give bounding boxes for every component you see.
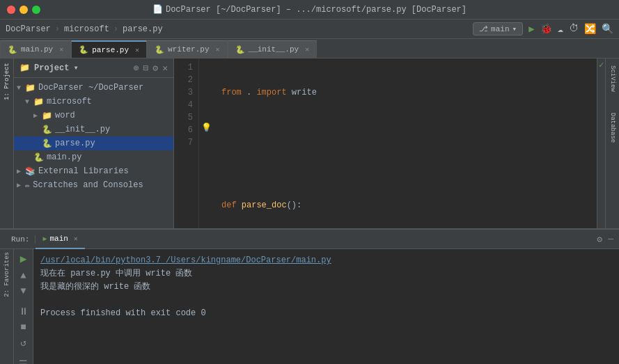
editor-tab-bar: 🐍 main.py ✕ 🐍 parse.py ✕ 🐍 writer.py ✕ 🐍… — [0, 39, 619, 58]
collapse-icon[interactable]: ⊟ — [143, 63, 149, 74]
gutter-6: 💡 — [199, 121, 213, 134]
bottom-tab-bar: Run: ▶ main ✕ ⚙ — — [0, 230, 619, 249]
breadcrumb: DocParser › microsoft › parse.py — [6, 24, 163, 34]
branch-icon: ⎇ — [479, 24, 488, 33]
code-line-4: def parse_doc (): — [221, 199, 597, 212]
stop-button[interactable]: ■ — [20, 322, 26, 333]
maximize-button[interactable] — [32, 6, 40, 14]
folder-icon: 📁 — [25, 83, 36, 93]
output-line-3: 我是藏的很深的 write 函数 — [40, 280, 612, 293]
tab-close-writer[interactable]: ✕ — [216, 45, 220, 54]
gutter-1 — [199, 58, 213, 71]
tree-label-word: word — [55, 111, 75, 120]
right-tab-sciview[interactable]: SciView — [609, 65, 616, 92]
py-icon-main: 🐍 — [33, 152, 44, 163]
title-text: DocParser [~/DocParser] – .../microsoft/… — [166, 5, 467, 15]
toolbar-right: ⎇ main ▾ ▶ 🐞 ☁ ⏱ 🔀 🔍 — [473, 22, 613, 35]
branch-selector[interactable]: ⎇ main ▾ — [473, 22, 523, 35]
minimize-icon-bottom[interactable]: — — [608, 234, 613, 245]
tab-init-py[interactable]: 🐍 __init__.py ✕ — [228, 40, 318, 58]
output-path[interactable]: /usr/local/bin/python3.7 /Users/kingname… — [40, 255, 331, 265]
bottom-tab-close[interactable]: ✕ — [74, 235, 78, 243]
rerun-button[interactable]: ↺ — [20, 337, 26, 349]
close-icon[interactable]: ✕ — [162, 63, 168, 74]
panel-header: 📁 Project ▾ ⊕ ⊟ ⚙ ✕ — [14, 58, 173, 78]
left-sidebar: 1: Project — [0, 58, 14, 228]
pause-button[interactable]: ⏸ — [19, 306, 29, 317]
output-line-1: /usr/local/bin/python3.7 /Users/kingname… — [40, 254, 612, 267]
breadcrumb-sep-1: › — [55, 24, 60, 34]
code-editor[interactable]: from . import write def parse_doc (): — [213, 58, 597, 228]
right-tab-database[interactable]: Database — [609, 113, 616, 143]
tree-item-microsoft[interactable]: ▼ 📁 microsoft — [14, 95, 173, 109]
file-icon: 📄 — [152, 4, 163, 15]
tab-main-py[interactable]: 🐍 main.py ✕ — [0, 40, 71, 58]
run-icon[interactable]: ▶ — [528, 23, 534, 35]
bottom-tab-main[interactable]: ▶ main ✕ — [36, 230, 84, 249]
code-paren: (): — [287, 199, 302, 212]
settings-icon-bottom[interactable]: ⚙ — [597, 234, 602, 245]
file-tree: ▼ 📁 DocParser ~/DocParser ▼ 📁 microsoft … — [14, 78, 173, 228]
window-title: 📄 DocParser [~/DocParser] – .../microsof… — [152, 4, 467, 15]
tab-label-parse: parse.py — [92, 46, 129, 54]
line-numbers: 1 2 3 4 5 6 7 — [174, 58, 199, 228]
tree-item-scratches[interactable]: ▶ ✏ Scratches and Consoles — [14, 178, 173, 192]
search-icon[interactable]: 🔍 — [602, 23, 613, 35]
breadcrumb-item-2[interactable]: microsoft — [64, 24, 109, 34]
minimize-button[interactable] — [19, 6, 28, 14]
keyword-from: from — [221, 86, 242, 99]
list-icon[interactable]: ☰ — [19, 358, 28, 364]
tab-label-init: __init__.py — [249, 45, 299, 54]
debug-icon[interactable]: 🐞 — [540, 23, 552, 35]
breadcrumb-item-3[interactable]: parse.py — [123, 24, 163, 34]
tab-close-main[interactable]: ✕ — [59, 45, 63, 54]
scroll-up-button[interactable]: ▲ — [20, 270, 26, 281]
tab-icon-init: 🐍 — [235, 45, 245, 54]
window-controls — [7, 6, 40, 14]
code-line-1: from . import write — [221, 86, 597, 99]
settings-icon[interactable]: ⚙ — [152, 63, 158, 74]
sync-icon[interactable]: ⊕ — [134, 63, 139, 74]
project-panel: 📁 Project ▾ ⊕ ⊟ ⚙ ✕ ▼ 📁 DocParser ~/DocP… — [14, 58, 174, 228]
expand-arrow-microsoft: ▼ — [25, 98, 33, 106]
tree-item-ext-libs[interactable]: ▶ 📚 External Libraries — [14, 164, 173, 178]
tab-parse-py[interactable]: 🐍 parse.py ✕ — [71, 40, 147, 58]
lib-icon: 📚 — [25, 166, 36, 177]
code-space: . — [242, 86, 257, 99]
tab-close-init[interactable]: ✕ — [305, 45, 309, 54]
branch-label: main — [491, 25, 509, 33]
tree-item-main[interactable]: ▶ 🐍 main.py — [14, 150, 173, 164]
run-play-button[interactable]: ▶ — [20, 252, 27, 266]
left-tab-project[interactable]: 1: Project — [3, 63, 10, 100]
run-icon-small: ▶ — [42, 235, 47, 243]
panel-icons: ⊕ ⊟ ⚙ ✕ — [134, 63, 168, 74]
scroll-down-button[interactable]: ▼ — [20, 285, 26, 296]
tree-item-docparser[interactable]: ▼ 📁 DocParser ~/DocParser — [14, 81, 173, 95]
breadcrumb-item-1[interactable]: DocParser — [6, 24, 51, 34]
tree-item-init[interactable]: ▶ 🐍 __init__.py — [14, 122, 173, 136]
tree-label-docparser: DocParser ~/DocParser — [38, 83, 143, 93]
expand-arrow-scratches: ▶ — [17, 181, 25, 189]
tab-close-parse[interactable]: ✕ — [135, 46, 139, 54]
tree-label-microsoft: microsoft — [47, 97, 92, 106]
close-button[interactable] — [7, 6, 15, 14]
gutter-4 — [199, 96, 213, 109]
code-line-3 — [221, 161, 597, 174]
run-text: Run: — [11, 235, 29, 244]
editor-content: 1 2 3 4 5 6 7 💡 — [174, 58, 605, 228]
coverage-icon[interactable]: ☁ — [558, 23, 563, 35]
tab-writer-py[interactable]: 🐍 writer.py ✕ — [147, 40, 227, 58]
tree-item-word[interactable]: ▶ 📁 word — [14, 109, 173, 122]
tree-label-init: __init__.py — [55, 125, 110, 134]
keyword-import: import — [256, 86, 286, 99]
tree-item-parse[interactable]: ▶ 🐍 parse.py — [14, 136, 173, 150]
profile-icon[interactable]: ⏱ — [569, 23, 579, 35]
tab-icon-parse: 🐍 — [79, 45, 88, 54]
expand-arrow-word: ▶ — [33, 111, 42, 120]
output-line-2: 现在在 parse.py 中调用 write 函数 — [40, 267, 612, 280]
tree-label-scratches: Scratches and Consoles — [33, 180, 143, 190]
bottom-tab-main-label: main — [49, 235, 68, 243]
bottom-tabs: Run: ▶ main ✕ — [6, 230, 85, 249]
tab-icon-writer: 🐍 — [155, 45, 164, 54]
vcs-icon[interactable]: 🔀 — [584, 23, 596, 35]
